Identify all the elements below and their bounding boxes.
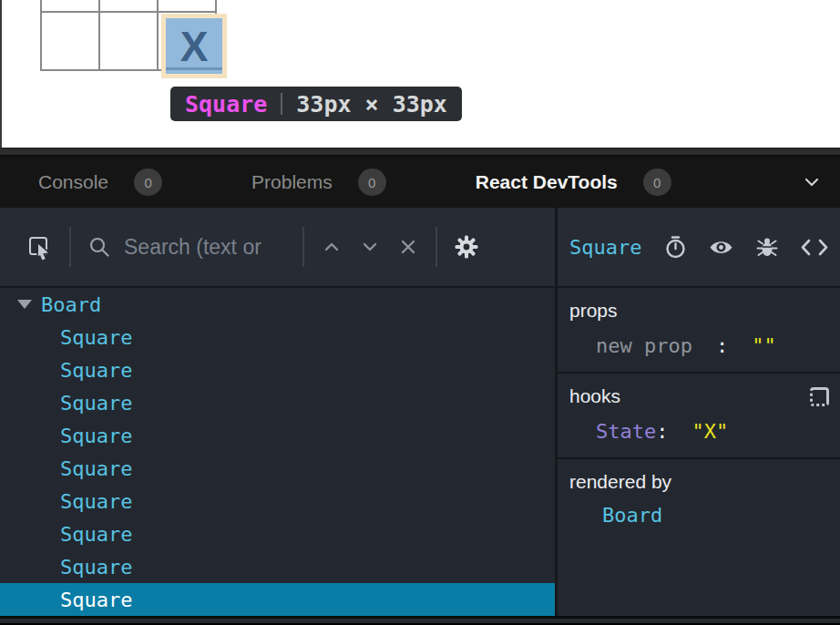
react-devtools-panel: Board Square Square Square Square Square… bbox=[0, 208, 840, 616]
board-cell[interactable] bbox=[99, 12, 158, 70]
hooks-section-title: hooks bbox=[569, 385, 620, 407]
rendered-by-board-link[interactable]: Board bbox=[602, 504, 662, 527]
chevron-down-icon[interactable] bbox=[800, 170, 824, 194]
tooltip-divider bbox=[281, 93, 282, 115]
search-icon bbox=[87, 235, 111, 259]
tree-row-square[interactable]: Square bbox=[0, 517, 555, 550]
react-devtools-count-badge: 0 bbox=[643, 169, 671, 196]
toolbar-divider bbox=[435, 227, 437, 267]
tooltip-dimensions: 33px × 33px bbox=[296, 91, 447, 118]
tree-row-square[interactable]: Square bbox=[0, 550, 555, 583]
components-tree-panel: Board Square Square Square Square Square… bbox=[0, 208, 558, 616]
tree-row-square[interactable]: Square bbox=[0, 353, 555, 386]
tab-react-devtools[interactable]: React DevTools 0 bbox=[476, 169, 671, 196]
props-section: props new prop : "" bbox=[558, 288, 840, 374]
hooks-section: hooks State : "X" bbox=[558, 374, 840, 459]
inspected-page: X Square 33px × 33px bbox=[0, 0, 840, 148]
rendered-by-section: rendered by Board bbox=[558, 459, 840, 616]
tab-problems[interactable]: Problems 0 bbox=[251, 169, 386, 196]
view-source-code-icon[interactable] bbox=[800, 235, 829, 260]
parse-hook-names-icon[interactable] bbox=[810, 387, 829, 406]
inspector-header: Square bbox=[558, 208, 840, 288]
toolbar-divider bbox=[69, 227, 71, 267]
debug-bug-icon[interactable] bbox=[754, 235, 780, 260]
clear-search-icon[interactable] bbox=[397, 236, 419, 258]
tree-row-square[interactable]: Square bbox=[0, 386, 555, 419]
board-cell[interactable] bbox=[158, 0, 216, 12]
prop-row: new prop : "" bbox=[558, 334, 840, 357]
props-section-title: props bbox=[569, 300, 618, 322]
board-cell[interactable] bbox=[41, 0, 99, 12]
profiler-timer-icon[interactable] bbox=[663, 235, 688, 260]
board-cell[interactable] bbox=[41, 12, 99, 70]
problems-count-badge: 0 bbox=[358, 169, 386, 196]
next-result-icon[interactable] bbox=[359, 236, 381, 258]
inspect-highlight-overlay: X bbox=[161, 14, 227, 78]
board-cell-value: X bbox=[180, 26, 209, 67]
tree-row-square[interactable]: Square bbox=[0, 485, 555, 517]
inspect-tooltip: Square 33px × 33px bbox=[170, 87, 462, 121]
previous-result-icon[interactable] bbox=[321, 236, 343, 258]
component-tree: Board Square Square Square Square Square… bbox=[0, 288, 555, 616]
devtools-tab-bar: Console 0 Problems 0 React DevTools 0 bbox=[0, 157, 840, 208]
search-input[interactable] bbox=[124, 235, 286, 260]
hook-name: State bbox=[596, 420, 656, 443]
settings-gear-icon[interactable] bbox=[454, 234, 479, 260]
hook-row: State : "X" bbox=[558, 420, 840, 443]
tooltip-component-name: Square bbox=[185, 91, 267, 118]
tab-console[interactable]: Console 0 bbox=[38, 169, 162, 196]
board-cell[interactable] bbox=[99, 0, 158, 12]
tree-row-square[interactable]: Square bbox=[0, 419, 555, 452]
expand-triangle-icon[interactable] bbox=[17, 300, 32, 309]
component-inspector-panel: Square bbox=[558, 208, 840, 616]
console-count-badge: 0 bbox=[134, 169, 162, 196]
tree-row-square[interactable]: Square bbox=[0, 452, 555, 485]
prop-value[interactable]: "" bbox=[752, 334, 776, 357]
tree-row-square-selected[interactable]: Square bbox=[0, 583, 555, 616]
tree-row-square[interactable]: Square bbox=[0, 321, 555, 353]
rendered-by-title: rendered by bbox=[569, 471, 671, 493]
react-devtools-window: X Square 33px × 33px Console 0 Problems … bbox=[0, 0, 840, 625]
inspect-dom-eye-icon[interactable] bbox=[708, 235, 734, 260]
new-prop-input[interactable]: new prop bbox=[596, 334, 692, 357]
toolbar-divider bbox=[302, 227, 304, 267]
dock-resize-handle[interactable] bbox=[0, 148, 840, 157]
rendered-by-item: Board bbox=[558, 504, 840, 527]
tree-toolbar bbox=[0, 208, 555, 288]
selected-component-name: Square bbox=[569, 236, 641, 259]
window-bottom-edge bbox=[0, 616, 840, 625]
hook-value[interactable]: "X" bbox=[691, 420, 728, 443]
tree-row-board[interactable]: Board bbox=[0, 288, 555, 321]
inspect-element-icon[interactable] bbox=[26, 233, 53, 261]
